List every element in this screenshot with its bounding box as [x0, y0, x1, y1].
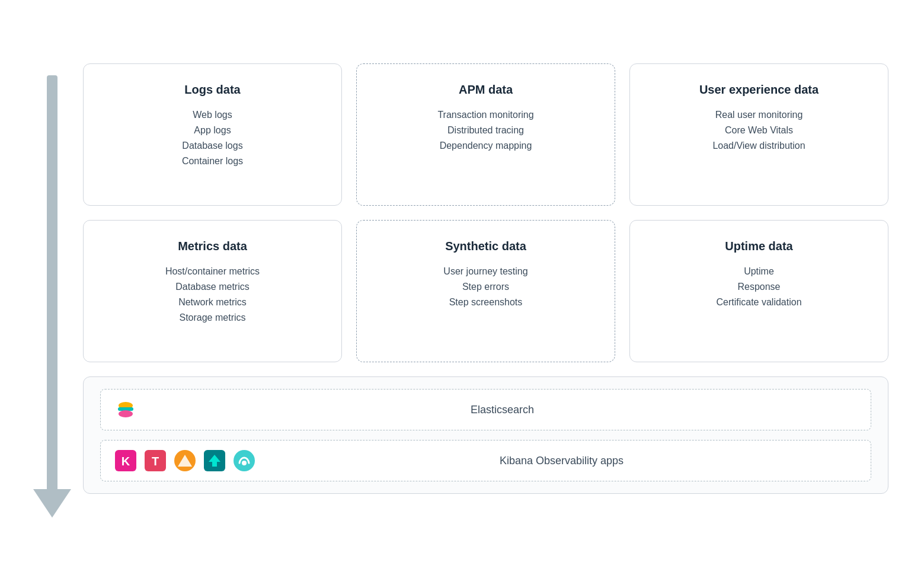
metrics-data-items: Host/container metrics Database metrics …	[165, 266, 260, 323]
metrics-data-card: Metrics data Host/container metrics Data…	[83, 220, 342, 362]
logs-item-2: App logs	[182, 125, 243, 136]
ux-item-1: Real user monitoring	[712, 110, 805, 120]
maps-icon	[174, 450, 196, 471]
metrics-data-title: Metrics data	[178, 240, 247, 253]
arrow-line	[47, 75, 57, 490]
ux-data-items: Real user monitoring Core Web Vitals Loa…	[712, 110, 805, 151]
logs-item-1: Web logs	[182, 110, 243, 120]
uptime-data-card: Uptime data Uptime Response Certificate …	[629, 220, 888, 362]
kibana-row: K T	[100, 440, 871, 481]
elasticsearch-row: Elasticsearch	[100, 389, 871, 430]
logs-data-card: Logs data Web logs App logs Database log…	[83, 63, 342, 206]
apm-item-3: Dependency mapping	[437, 141, 533, 151]
synthetic-data-items: User journey testing Step errors Step sc…	[443, 266, 527, 308]
uptime-item-3: Certificate validation	[716, 297, 801, 308]
apm-data-card: APM data Transaction monitoring Distribu…	[356, 63, 615, 206]
uptime-item-2: Response	[716, 282, 801, 292]
svg-point-12	[242, 461, 247, 465]
cards-row-1: Logs data Web logs App logs Database log…	[83, 63, 888, 206]
arrow-head	[33, 489, 71, 518]
apm-icon: T	[145, 450, 166, 471]
metrics-item-2: Database metrics	[165, 282, 260, 292]
ux-data-title: User experience data	[699, 83, 819, 97]
kibana-icons-group: K T	[115, 450, 255, 471]
uptime-data-title: Uptime data	[725, 240, 792, 253]
logs-data-items: Web logs App logs Database logs Containe…	[182, 110, 243, 167]
synthetic-item-2: Step errors	[443, 282, 527, 292]
synthetic-data-card: Synthetic data User journey testing Step…	[356, 220, 615, 362]
svg-text:T: T	[152, 455, 159, 468]
kibana-label: Kibana Observability apps	[267, 455, 856, 467]
svg-point-2	[119, 410, 133, 417]
kibana-icon: K	[115, 450, 136, 471]
apm-data-items: Transaction monitoring Distributed traci…	[437, 110, 533, 151]
uptime-data-items: Uptime Response Certificate validation	[716, 266, 801, 308]
ux-data-card: User experience data Real user monitorin…	[629, 63, 888, 206]
synthetic-data-title: Synthetic data	[445, 240, 526, 253]
main-content: Logs data Web logs App logs Database log…	[83, 63, 888, 494]
apm-item-1: Transaction monitoring	[437, 110, 533, 120]
bottom-section: Elasticsearch K T	[83, 376, 888, 494]
ux-item-3: Load/View distribution	[712, 141, 805, 151]
page-wrapper: Logs data Web logs App logs Database log…	[0, 40, 924, 541]
logs-item-3: Database logs	[182, 141, 243, 151]
logs-item-4: Container logs	[182, 156, 243, 167]
apm-data-title: APM data	[459, 83, 513, 97]
obs-icon	[234, 450, 255, 471]
synthetic-item-3: Step screenshots	[443, 297, 527, 308]
elasticsearch-icon	[115, 399, 136, 420]
metrics-item-4: Storage metrics	[165, 312, 260, 323]
elasticsearch-label: Elasticsearch	[148, 404, 856, 416]
synthetic-item-1: User journey testing	[443, 266, 527, 277]
metrics-item-1: Host/container metrics	[165, 266, 260, 277]
ux-item-2: Core Web Vitals	[712, 125, 805, 136]
infra-icon	[204, 450, 225, 471]
uptime-item-1: Uptime	[716, 266, 801, 277]
flow-arrow-column	[36, 63, 83, 518]
logs-data-title: Logs data	[184, 83, 240, 97]
svg-text:K: K	[122, 455, 130, 468]
cards-row-2: Metrics data Host/container metrics Data…	[83, 220, 888, 362]
apm-item-2: Distributed tracing	[437, 125, 533, 136]
elasticsearch-icon-group	[115, 399, 136, 420]
metrics-item-3: Network metrics	[165, 297, 260, 308]
